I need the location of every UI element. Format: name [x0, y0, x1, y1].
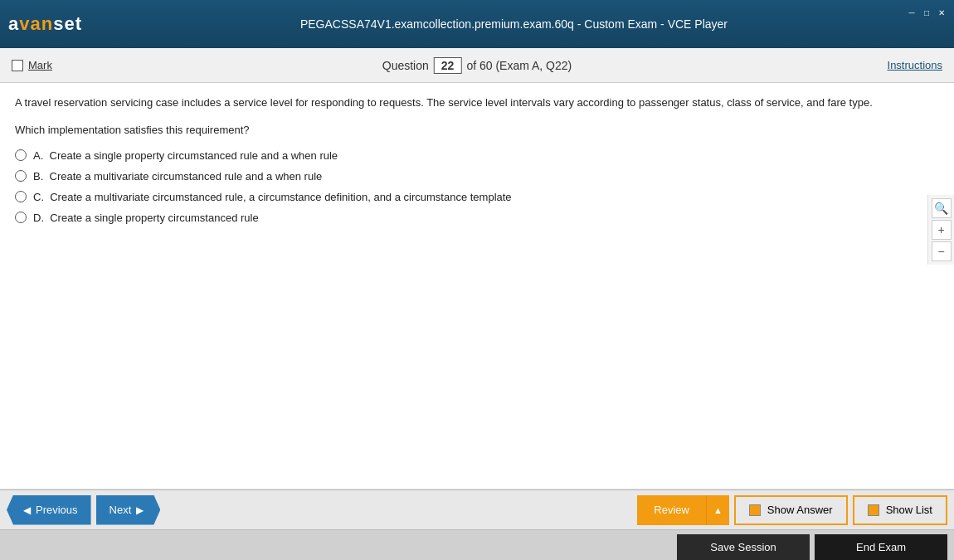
zoom-in-button[interactable]: + — [932, 220, 952, 240]
option-b[interactable]: B. Create a multivariate circumstanced r… — [15, 170, 939, 183]
option-c-label: C. Create a multivariate circumstanced r… — [33, 191, 512, 203]
sidebar-tools: 🔍 + − — [927, 195, 954, 265]
end-exam-button[interactable]: End Exam — [815, 534, 947, 561]
show-answer-checkbox — [749, 504, 761, 516]
option-a-label: A. Create a single property circumstance… — [33, 149, 338, 162]
question-label: Question — [382, 59, 429, 72]
review-button-group: Review ▲ — [637, 495, 729, 525]
mark-checkbox[interactable] — [12, 60, 23, 71]
review-dropdown-button[interactable]: ▲ — [706, 495, 729, 525]
chevron-left-icon: ◀ — [23, 504, 31, 516]
bottom-action-bar: Save Session End Exam — [0, 529, 954, 560]
mark-area[interactable]: Mark — [12, 59, 52, 71]
show-list-checkbox — [868, 504, 879, 516]
option-c[interactable]: C. Create a multivariate circumstanced r… — [15, 191, 939, 203]
question-prompt: Which implementation satisfies this requ… — [15, 124, 939, 136]
radio-b[interactable] — [15, 170, 27, 182]
question-number-box: 22 — [434, 57, 462, 74]
option-d[interactable]: D. Create a single property circumstance… — [15, 212, 939, 224]
show-answer-button[interactable]: Show Answer — [734, 495, 848, 525]
zoom-out-button[interactable]: − — [932, 241, 952, 261]
question-text: A travel reservation servicing case incl… — [15, 95, 939, 112]
previous-label: Previous — [36, 504, 78, 516]
option-d-label: D. Create a single property circumstance… — [33, 212, 259, 224]
chevron-right-icon: ▶ — [136, 504, 144, 516]
radio-d[interactable] — [15, 212, 27, 223]
close-button[interactable]: ✕ — [936, 7, 947, 18]
show-list-label: Show List — [886, 504, 932, 516]
title-bar: avanset PEGACSSA74V1.examcollection.prem… — [0, 0, 954, 48]
next-button[interactable]: Next ▶ — [96, 495, 161, 525]
option-b-label: B. Create a multivariate circumstanced r… — [33, 170, 322, 183]
mark-label[interactable]: Mark — [28, 59, 52, 71]
question-of-text: of 60 (Exam A, Q22) — [466, 59, 572, 72]
main-content: A travel reservation servicing case incl… — [0, 83, 954, 489]
option-a[interactable]: A. Create a single property circumstance… — [15, 149, 939, 162]
app-title: PEGACSSA74V1.examcollection.premium.exam… — [82, 17, 946, 31]
instructions-link[interactable]: Instructions — [888, 59, 942, 71]
question-number-area: Question 22 of 60 (Exam A, Q22) — [382, 57, 572, 74]
options-list: A. Create a single property circumstance… — [15, 149, 939, 224]
previous-button[interactable]: ◀ Previous — [7, 495, 91, 525]
question-header: Mark Question 22 of 60 (Exam A, Q22) Ins… — [0, 48, 954, 83]
review-button[interactable]: Review — [637, 495, 706, 525]
logo-text: avanset — [8, 13, 82, 35]
logo: avanset — [8, 13, 82, 35]
save-session-button[interactable]: Save Session — [677, 534, 810, 561]
bottom-toolbar: ◀ Previous Next ▶ Review ▲ Show Answer S… — [0, 489, 954, 529]
window-controls: ─ □ ✕ — [906, 7, 947, 18]
minimize-button[interactable]: ─ — [906, 7, 917, 18]
radio-a[interactable] — [15, 149, 27, 161]
search-tool-button[interactable]: 🔍 — [932, 198, 952, 218]
radio-c[interactable] — [15, 191, 27, 202]
show-list-button[interactable]: Show List — [853, 495, 947, 525]
show-answer-label: Show Answer — [767, 504, 833, 516]
restore-button[interactable]: □ — [921, 7, 932, 18]
next-label: Next — [110, 504, 132, 516]
logo-highlight: van — [19, 13, 53, 34]
